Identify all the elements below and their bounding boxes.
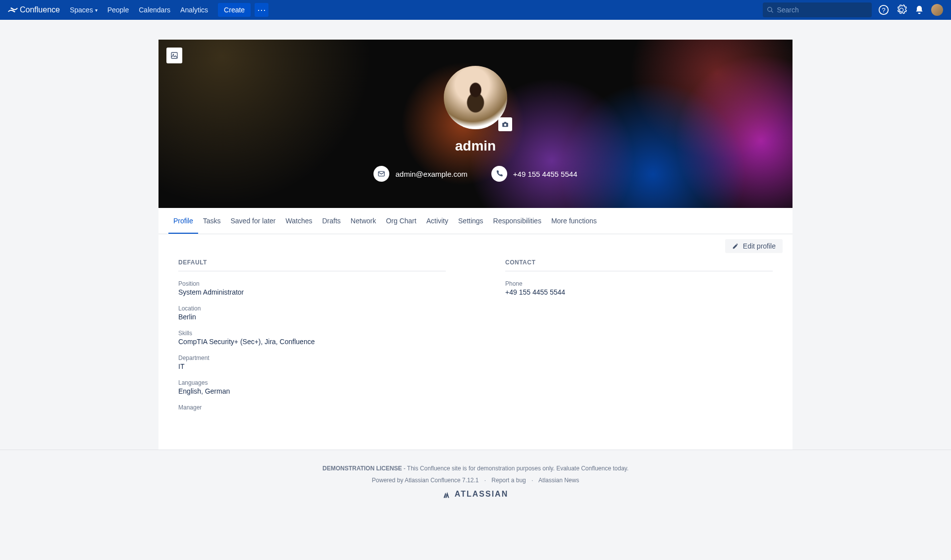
tab-profile[interactable]: Profile xyxy=(168,208,198,234)
create-button[interactable]: Create xyxy=(218,3,251,17)
mail-icon xyxy=(377,170,385,178)
profile-display-name: admin xyxy=(455,138,496,154)
notifications-button[interactable] xyxy=(913,4,925,16)
field-label-location: Location xyxy=(178,305,446,312)
tab-saved-for-later[interactable]: Saved for later xyxy=(225,208,280,234)
footer-demo-text: - This Confluence site is for demonstrat… xyxy=(402,465,629,472)
tab-settings[interactable]: Settings xyxy=(453,208,488,234)
field-label-department: Department xyxy=(178,355,446,361)
svg-text:?: ? xyxy=(882,6,885,14)
tab-org-chart[interactable]: Org Chart xyxy=(381,208,421,234)
user-avatar-small[interactable] xyxy=(931,4,943,16)
field-value-skills: CompTIA Security+ (Sec+), Jira, Confluen… xyxy=(178,338,446,346)
search-box[interactable] xyxy=(763,2,872,17)
tab-more-functions[interactable]: More functions xyxy=(546,208,602,234)
settings-button[interactable] xyxy=(896,4,907,16)
help-icon: ? xyxy=(878,4,889,15)
field-value-languages: English, German xyxy=(178,387,446,395)
field-label-position: Position xyxy=(178,280,446,287)
svg-rect-2 xyxy=(171,52,177,58)
profile-phone[interactable]: +49 155 4455 5544 xyxy=(491,166,578,182)
image-icon xyxy=(170,51,178,59)
profile-hero-banner: admin admin@example.com +49 155 4455 554… xyxy=(158,40,792,208)
help-button[interactable]: ? xyxy=(878,4,890,16)
section-title-contact: CONTACT xyxy=(505,259,773,271)
more-actions-button[interactable]: ⋯ xyxy=(255,3,268,17)
bell-icon xyxy=(914,5,924,15)
profile-tabs: Profile Tasks Saved for later Watches Dr… xyxy=(158,208,792,234)
atlassian-logo[interactable]: ATLASSIAN xyxy=(0,490,951,499)
search-icon xyxy=(767,6,774,14)
search-input[interactable] xyxy=(777,6,868,14)
confluence-logo[interactable]: Confluence xyxy=(8,5,60,15)
tab-activity[interactable]: Activity xyxy=(422,208,453,234)
confluence-icon xyxy=(8,5,18,15)
field-label-manager: Manager xyxy=(178,404,446,411)
footer-report-bug[interactable]: Report a bug xyxy=(491,477,526,484)
nav-calendars[interactable]: Calendars xyxy=(135,0,174,20)
section-contact: CONTACT Phone +49 155 4455 5544 xyxy=(505,259,773,420)
nav-spaces[interactable]: Spaces▾ xyxy=(66,0,102,20)
field-value-location: Berlin xyxy=(178,313,446,321)
phone-icon xyxy=(495,170,503,178)
change-avatar-button[interactable] xyxy=(498,117,512,131)
section-default: DEFAULT Position System Administrator Lo… xyxy=(178,259,446,420)
tab-responsibilities[interactable]: Responsibilities xyxy=(488,208,546,234)
svg-point-3 xyxy=(173,54,174,55)
field-value-department: IT xyxy=(178,362,446,370)
profile-email[interactable]: admin@example.com xyxy=(373,166,467,182)
field-value-phone: +49 155 4455 5544 xyxy=(505,288,773,296)
chevron-down-icon: ▾ xyxy=(95,7,98,13)
tab-watches[interactable]: Watches xyxy=(281,208,317,234)
edit-banner-image-button[interactable] xyxy=(166,48,182,63)
atlassian-icon xyxy=(443,490,452,499)
tab-network[interactable]: Network xyxy=(346,208,381,234)
profile-avatar xyxy=(444,66,507,129)
tab-tasks[interactable]: Tasks xyxy=(198,208,226,234)
nav-people[interactable]: People xyxy=(104,0,133,20)
page-footer: DEMONSTRATION LICENSE - This Confluence … xyxy=(0,450,951,513)
footer-powered-by[interactable]: Powered by Atlassian Confluence 7.12.1 xyxy=(372,477,478,484)
field-label-phone: Phone xyxy=(505,280,773,287)
field-label-skills: Skills xyxy=(178,330,446,337)
section-title-default: DEFAULT xyxy=(178,259,446,271)
brand-text: Confluence xyxy=(20,5,60,14)
gear-icon xyxy=(896,4,907,15)
footer-atlassian-news[interactable]: Atlassian News xyxy=(538,477,579,484)
field-value-position: System Administrator xyxy=(178,288,446,296)
nav-analytics[interactable]: Analytics xyxy=(176,0,212,20)
camera-icon xyxy=(502,121,509,128)
pencil-icon xyxy=(732,243,739,250)
field-label-languages: Languages xyxy=(178,379,446,386)
top-navigation: Confluence Spaces▾ People Calendars Anal… xyxy=(0,0,951,20)
footer-demo-license: DEMONSTRATION LICENSE xyxy=(322,465,402,472)
tab-drafts[interactable]: Drafts xyxy=(317,208,346,234)
edit-profile-button[interactable]: Edit profile xyxy=(725,239,783,253)
